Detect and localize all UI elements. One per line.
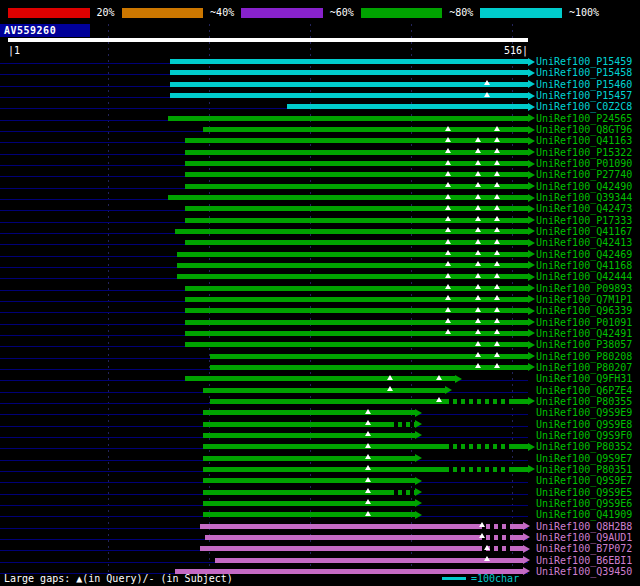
- hit-label[interactable]: UniRef100_Q9S9E6: [536, 499, 632, 509]
- query-gap-marker-icon: [365, 465, 371, 470]
- arrowhead-icon: [528, 58, 535, 66]
- hit-label[interactable]: UniRef100_P80208: [536, 352, 632, 362]
- key-swatch-40pct: [122, 8, 204, 18]
- hit-label[interactable]: UniRef100_Q9FH31: [536, 374, 632, 384]
- query-gap-marker-icon: [475, 273, 481, 278]
- hit-label[interactable]: UniRef100_P80207: [536, 363, 632, 373]
- query-gap-marker-icon: [365, 443, 371, 448]
- hit-label[interactable]: UniRef100_Q9S9F0: [536, 431, 632, 441]
- hit-label[interactable]: UniRef100_P01090: [536, 159, 632, 169]
- query-gap-marker-icon: [365, 409, 371, 414]
- alignment-bar[interactable]: [203, 490, 415, 495]
- hit-label[interactable]: UniRef100_P15322: [536, 148, 632, 158]
- hit-label[interactable]: UniRef100_P80351: [536, 465, 632, 475]
- key-swatch-20pct: [8, 8, 90, 18]
- query-gap-marker-icon: [365, 499, 371, 504]
- hit-label[interactable]: UniRef100_B6EBI1: [536, 556, 632, 566]
- hit-label[interactable]: UniRef100_P15457: [536, 91, 632, 101]
- alignment-bar[interactable]: [203, 433, 415, 438]
- query-gap-marker-icon: [445, 227, 451, 232]
- query-gap-marker-icon: [494, 126, 500, 131]
- alignment-bar[interactable]: [203, 512, 415, 517]
- hit-label[interactable]: UniRef100_P38057: [536, 340, 632, 350]
- alignment-bar[interactable]: [203, 456, 415, 461]
- hit-label[interactable]: UniRef100_Q42444: [536, 272, 632, 282]
- hit-label[interactable]: UniRef100_Q42490: [536, 182, 632, 192]
- hit-label[interactable]: UniRef100_P15458: [536, 68, 632, 78]
- arrowhead-icon: [528, 465, 535, 473]
- hit-label[interactable]: UniRef100_P80355: [536, 397, 632, 407]
- hit-label[interactable]: UniRef100_P17333: [536, 216, 632, 226]
- query-gap-marker-icon: [365, 477, 371, 482]
- alignment-bar[interactable]: [200, 524, 523, 529]
- hit-label[interactable]: UniRef100_B7P072: [536, 544, 632, 554]
- hit-label[interactable]: UniRef100_P01091: [536, 318, 632, 328]
- hit-label[interactable]: UniRef100_Q7M1P1: [536, 295, 632, 305]
- query-gap-marker-icon: [479, 522, 485, 527]
- hit-label[interactable]: UniRef100_Q96339: [536, 306, 632, 316]
- hit-label[interactable]: UniRef100_Q8H2B8: [536, 522, 632, 532]
- hit-label[interactable]: UniRef100_Q6PZE4: [536, 386, 632, 396]
- alignment-bar[interactable]: [170, 93, 528, 98]
- alignment-bar[interactable]: [215, 558, 523, 563]
- query-gap-marker-icon: [475, 171, 481, 176]
- hit-label[interactable]: UniRef100_Q41168: [536, 261, 632, 271]
- alignment-bar[interactable]: [203, 478, 415, 483]
- arrowhead-icon: [528, 261, 535, 269]
- alignment-bar[interactable]: [203, 127, 528, 132]
- alignment-bar[interactable]: [185, 376, 456, 381]
- hit-label[interactable]: UniRef100_Q9S9E7: [536, 454, 632, 464]
- hit-label[interactable]: UniRef100_P27740: [536, 170, 632, 180]
- hit-label[interactable]: UniRef100_Q42491: [536, 329, 632, 339]
- hit-label[interactable]: UniRef100_Q41909: [536, 510, 632, 520]
- hit-label[interactable]: UniRef100_P80352: [536, 442, 632, 452]
- query-gap-marker-icon: [494, 205, 500, 210]
- grid-line: [108, 20, 109, 572]
- hit-label[interactable]: UniRef100_Q9S9E9: [536, 408, 632, 418]
- hit-label[interactable]: UniRef100_C0Z2C8: [536, 102, 632, 112]
- query-gap-marker-icon: [475, 307, 481, 312]
- arrowhead-icon: [528, 397, 535, 405]
- alignment-bar[interactable]: [170, 59, 528, 64]
- query-gap-marker-icon: [475, 194, 481, 199]
- query-name: AV559260: [4, 25, 56, 36]
- blast-graphic-overview: 20%~40%~60%~80%~100% AV559260 |1 516| Un…: [0, 0, 640, 586]
- alignment-bar[interactable]: [287, 104, 528, 109]
- query-gap-marker-icon: [445, 307, 451, 312]
- hit-label[interactable]: UniRef100_Q42473: [536, 204, 632, 214]
- hit-label[interactable]: UniRef100_Q41163: [536, 136, 632, 146]
- alignment-bar[interactable]: [170, 70, 528, 75]
- query-gap-marker-icon: [494, 341, 500, 346]
- arrowhead-icon: [528, 80, 535, 88]
- hit-label[interactable]: UniRef100_P24565: [536, 114, 632, 124]
- query-gap-marker-icon: [436, 375, 442, 380]
- query-gap-marker-icon: [494, 363, 500, 368]
- alignment-bar[interactable]: [203, 410, 415, 415]
- alignment-bar[interactable]: [168, 116, 529, 121]
- hit-label[interactable]: UniRef100_Q42469: [536, 250, 632, 260]
- hit-label[interactable]: UniRef100_Q9S9E5: [536, 488, 632, 498]
- hit-label[interactable]: UniRef100_P15459: [536, 57, 632, 67]
- query-gap-marker-icon: [445, 171, 451, 176]
- alignment-bar[interactable]: [203, 422, 415, 427]
- hit-label[interactable]: UniRef100_Q42413: [536, 238, 632, 248]
- hit-label[interactable]: UniRef100_P15460: [536, 80, 632, 90]
- hit-label[interactable]: UniRef100_Q39450: [536, 567, 632, 577]
- hit-label[interactable]: UniRef100_Q9S9E8: [536, 420, 632, 430]
- alignment-bar[interactable]: [170, 82, 528, 87]
- hit-label[interactable]: UniRef100_P09893: [536, 284, 632, 294]
- hit-label[interactable]: UniRef100_Q9AUD1: [536, 533, 632, 543]
- alignment-bar[interactable]: [203, 388, 445, 393]
- alignment-bar[interactable]: [200, 546, 523, 551]
- query-gap-marker-icon: [445, 148, 451, 153]
- alignment-bar[interactable]: [203, 501, 415, 506]
- hit-label[interactable]: UniRef100_Q39344: [536, 193, 632, 203]
- hit-label[interactable]: UniRef100_Q41167: [536, 227, 632, 237]
- query-gap-marker-icon: [475, 341, 481, 346]
- arrowhead-icon: [523, 522, 530, 530]
- alignment-bar[interactable]: [205, 535, 523, 540]
- hit-label[interactable]: UniRef100_Q8GT96: [536, 125, 632, 135]
- query-gap-marker-icon: [475, 205, 481, 210]
- query-gap-marker-icon: [475, 148, 481, 153]
- hit-label[interactable]: UniRef100_Q9S9E7: [536, 476, 632, 486]
